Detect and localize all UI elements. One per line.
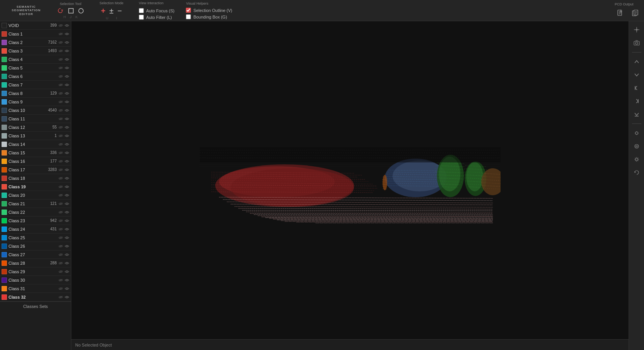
class-visible-btn-8[interactable] <box>64 91 69 95</box>
class-hide-btn-4[interactable] <box>58 57 63 61</box>
list-item[interactable]: Class 21 121 <box>0 200 71 208</box>
list-item[interactable]: Class 10 4540 <box>0 106 71 115</box>
list-item[interactable]: Class 7 <box>0 81 71 89</box>
viewport[interactable]: No Selected Object <box>71 21 629 350</box>
class-hide-btn-27[interactable] <box>58 253 63 257</box>
class-hide-btn-26[interactable] <box>58 244 63 248</box>
class-hide-btn-28[interactable] <box>58 261 63 265</box>
auto-focus-checkbox[interactable] <box>139 8 144 13</box>
class-visible-btn-15[interactable] <box>64 151 69 155</box>
class-hide-btn-22[interactable] <box>58 210 63 214</box>
move-up-button[interactable] <box>631 56 642 67</box>
class-visible-btn-32[interactable] <box>64 295 69 299</box>
class-hide-btn-29[interactable] <box>58 270 63 274</box>
class-hide-btn-15[interactable] <box>58 151 63 155</box>
class-hide-btn-32[interactable] <box>58 295 63 299</box>
crosshair-button[interactable] <box>631 24 642 35</box>
class-visible-btn-10[interactable] <box>64 108 69 112</box>
list-item[interactable]: Class 8 129 <box>0 89 71 98</box>
target-button[interactable] <box>631 141 642 152</box>
export-file-button[interactable] <box>615 8 625 19</box>
list-item[interactable]: Class 1 <box>0 30 71 38</box>
brightness-button[interactable] <box>631 154 642 165</box>
selection-outline-checkbox[interactable] <box>186 8 191 13</box>
class-hide-btn-2[interactable] <box>58 41 63 44</box>
class-visible-btn-12[interactable] <box>64 125 69 129</box>
list-item[interactable]: Class 16 177 <box>0 157 71 166</box>
list-item[interactable]: Class 22 <box>0 208 71 216</box>
class-hide-btn-12[interactable] <box>58 125 63 129</box>
auto-filter-checkbox[interactable] <box>139 15 144 20</box>
class-visible-btn-31[interactable] <box>64 287 69 291</box>
camera-button[interactable] <box>631 37 642 48</box>
class-visible-btn-21[interactable] <box>64 202 69 206</box>
move-down-button[interactable] <box>631 69 642 80</box>
cursor-button[interactable] <box>631 128 642 139</box>
class-visible-btn-3[interactable] <box>64 49 69 53</box>
box-select-button[interactable] <box>68 8 74 14</box>
list-item[interactable]: Class 27 <box>0 250 71 259</box>
lasso-tool-button[interactable] <box>57 7 64 14</box>
class-visible-btn-17[interactable] <box>64 168 69 172</box>
list-item[interactable]: Class 3 1493 <box>0 47 71 55</box>
list-item[interactable]: VOID 399 <box>0 21 71 30</box>
class-hide-btn-3[interactable] <box>58 49 63 53</box>
class-hide-btn-24[interactable] <box>58 227 63 231</box>
list-item[interactable]: Class 12 55 <box>0 123 71 132</box>
list-item[interactable]: Class 23 942 <box>0 216 71 225</box>
class-hide-btn-10[interactable] <box>58 108 63 112</box>
class-visible-btn-20[interactable] <box>64 193 69 197</box>
class-hide-btn-11[interactable] <box>58 117 63 121</box>
list-item[interactable]: Class 2 7162 <box>0 38 71 47</box>
class-hide-btn-30[interactable] <box>58 278 63 282</box>
class-hide-btn-19[interactable] <box>58 185 63 189</box>
list-item[interactable]: Class 29 <box>0 267 71 276</box>
class-hide-btn-9[interactable] <box>58 100 63 104</box>
class-visible-btn-2[interactable] <box>64 41 69 44</box>
class-hide-btn-13[interactable] <box>58 134 63 138</box>
list-item[interactable]: Class 32 <box>0 293 71 301</box>
list-item[interactable]: Class 30 <box>0 276 71 284</box>
refresh-button[interactable] <box>631 167 642 178</box>
list-item[interactable]: Class 28 288 <box>0 259 71 267</box>
list-item[interactable]: Class 6 <box>0 72 71 81</box>
list-item[interactable]: Class 31 <box>0 284 71 293</box>
class-visible-btn-25[interactable] <box>64 236 69 240</box>
class-visible-btn-9[interactable] <box>64 100 69 104</box>
class-visible-btn-30[interactable] <box>64 278 69 282</box>
list-item[interactable]: Class 15 336 <box>0 149 71 157</box>
class-hide-btn-23[interactable] <box>58 219 63 223</box>
list-item[interactable]: Class 18 <box>0 174 71 183</box>
class-visible-btn-6[interactable] <box>64 74 69 78</box>
class-visible-btn-14[interactable] <box>64 142 69 146</box>
class-hide-btn-7[interactable] <box>58 83 63 87</box>
list-item[interactable]: Class 25 <box>0 233 71 242</box>
list-item[interactable]: Class 20 <box>0 191 71 200</box>
class-hide-btn-31[interactable] <box>58 287 63 291</box>
class-visible-btn-23[interactable] <box>64 219 69 223</box>
list-item[interactable]: Class 5 <box>0 64 71 72</box>
class-visible-btn-18[interactable] <box>64 176 69 180</box>
list-item[interactable]: Class 17 3283 <box>0 166 71 174</box>
class-hide-btn-25[interactable] <box>58 236 63 240</box>
class-visible-btn-11[interactable] <box>64 117 69 121</box>
list-item[interactable]: Class 26 <box>0 242 71 250</box>
move-left-end-button[interactable] <box>631 83 642 93</box>
class-visible-btn-0[interactable] <box>64 24 69 27</box>
list-item[interactable]: Class 13 1 <box>0 132 71 140</box>
list-item[interactable]: Class 14 <box>0 140 71 149</box>
class-visible-btn-29[interactable] <box>64 270 69 274</box>
bounding-box-checkbox[interactable] <box>186 14 191 19</box>
class-visible-btn-4[interactable] <box>64 57 69 61</box>
class-visible-btn-19[interactable] <box>64 185 69 189</box>
toggle-mode-button[interactable]: ± <box>110 7 114 15</box>
class-visible-btn-26[interactable] <box>64 244 69 248</box>
class-hide-btn-6[interactable] <box>58 74 63 78</box>
class-hide-btn-1[interactable] <box>58 32 63 36</box>
class-visible-btn-16[interactable] <box>64 159 69 163</box>
class-hide-btn-8[interactable] <box>58 91 63 95</box>
list-item[interactable]: Class 11 <box>0 115 71 123</box>
list-item[interactable]: Class 24 431 <box>0 225 71 233</box>
class-hide-btn-0[interactable] <box>58 24 63 27</box>
list-item[interactable]: Class 4 <box>0 55 71 64</box>
